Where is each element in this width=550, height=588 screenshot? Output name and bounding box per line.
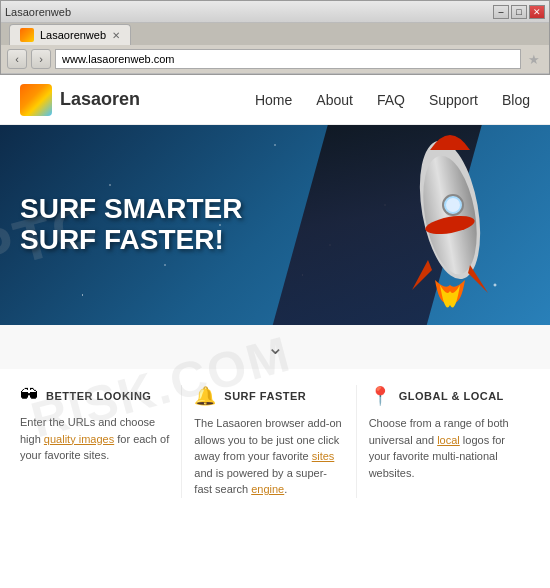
feature-surf-faster: 🔔 SURF FASTER The Lasaoren browser add-o… xyxy=(182,385,356,498)
hero-rocket-svg xyxy=(340,125,540,325)
engine-link[interactable]: engine xyxy=(251,483,284,495)
features-section: 🕶 BETTER LOOKING Enter the URLs and choo… xyxy=(0,369,550,514)
bookmark-icon[interactable]: ★ xyxy=(525,50,543,68)
site-logo: Lasaoren xyxy=(20,84,140,116)
tab-label: Lasaorenweb xyxy=(40,29,106,41)
title-bar: Lasaorenweb – □ ✕ xyxy=(1,1,549,23)
nav-about[interactable]: About xyxy=(316,92,353,108)
window-controls: – □ ✕ xyxy=(493,5,545,19)
feature-text-1: Enter the URLs and choose high quality i… xyxy=(20,414,169,464)
feature-text-3: Choose from a range of both universal an… xyxy=(369,415,518,481)
hero-title-line1: SURF SMARTER xyxy=(20,194,242,225)
bell-icon: 🔔 xyxy=(194,385,216,407)
logo-text: Lasaoren xyxy=(60,89,140,110)
hero-title-line2: SURF FASTER! xyxy=(20,225,242,256)
nav-home[interactable]: Home xyxy=(255,92,292,108)
address-input[interactable] xyxy=(55,49,521,69)
feature-global-local: 📍 GLOBAL & LOCAL Choose from a range of … xyxy=(357,385,530,498)
feature-header-2: 🔔 SURF FASTER xyxy=(194,385,343,407)
feature-title-3: GLOBAL & LOCAL xyxy=(399,390,504,402)
maximize-button[interactable]: □ xyxy=(511,5,527,19)
scroll-down-icon[interactable]: ⌄ xyxy=(267,335,284,359)
tab-favicon-icon xyxy=(20,28,34,42)
feature-better-looking: 🕶 BETTER LOOKING Enter the URLs and choo… xyxy=(20,385,182,498)
browser-tab[interactable]: Lasaorenweb ✕ xyxy=(9,24,131,45)
website-content: PTC RISK.COM Lasaoren Home About FAQ Sup… xyxy=(0,75,550,588)
nav-links: Home About FAQ Support Blog xyxy=(255,92,530,108)
local-link[interactable]: local xyxy=(437,434,460,446)
address-bar-row: ‹ › ★ xyxy=(1,45,549,74)
window-title: Lasaorenweb xyxy=(5,6,71,18)
back-button[interactable]: ‹ xyxy=(7,49,27,69)
location-icon: 📍 xyxy=(369,385,391,407)
glasses-icon: 🕶 xyxy=(20,385,38,406)
tab-close-icon[interactable]: ✕ xyxy=(112,30,120,41)
feature-header-1: 🕶 BETTER LOOKING xyxy=(20,385,169,406)
tab-bar: Lasaorenweb ✕ xyxy=(1,23,549,45)
hero-text: SURF SMARTER SURF FASTER! xyxy=(20,194,242,256)
hero-section: SURF SMARTER SURF FASTER! xyxy=(0,125,550,325)
quality-images-link[interactable]: quality images xyxy=(44,433,114,445)
nav-support[interactable]: Support xyxy=(429,92,478,108)
minimize-button[interactable]: – xyxy=(493,5,509,19)
logo-icon xyxy=(20,84,52,116)
scroll-arrow-section: ⌄ xyxy=(0,325,550,369)
feature-header-3: 📍 GLOBAL & LOCAL xyxy=(369,385,518,407)
forward-button[interactable]: › xyxy=(31,49,51,69)
site-nav: Lasaoren Home About FAQ Support Blog xyxy=(0,75,550,125)
feature-title-1: BETTER LOOKING xyxy=(46,390,151,402)
nav-faq[interactable]: FAQ xyxy=(377,92,405,108)
feature-title-2: SURF FASTER xyxy=(224,390,306,402)
sites-link[interactable]: sites xyxy=(312,450,335,462)
svg-point-4 xyxy=(446,198,460,212)
close-button[interactable]: ✕ xyxy=(529,5,545,19)
nav-blog[interactable]: Blog xyxy=(502,92,530,108)
feature-text-2: The Lasaoren browser add-on allows you t… xyxy=(194,415,343,498)
